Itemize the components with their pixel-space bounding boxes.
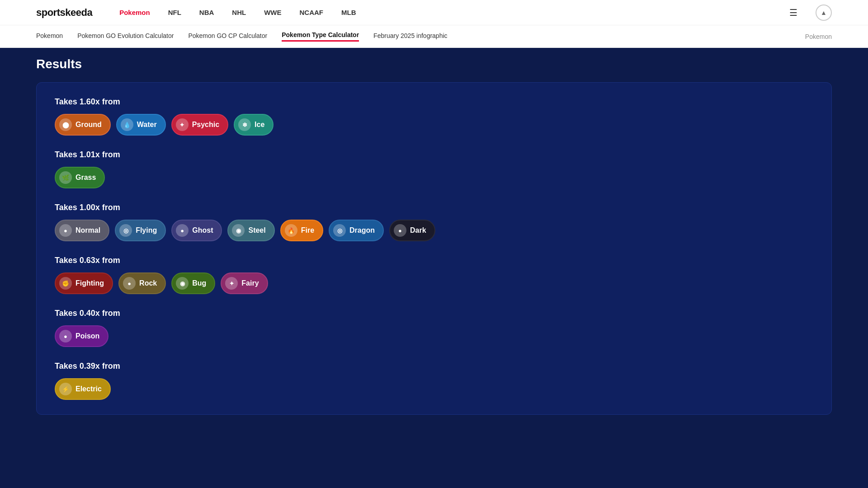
results-title: Results (36, 57, 832, 71)
badge-grass[interactable]: 🌿 Grass (55, 167, 105, 188)
dragon-label: Dragon (349, 226, 375, 235)
water-label: Water (137, 121, 157, 129)
fire-icon: 🔥 (285, 224, 297, 237)
subnav-cp-calc[interactable]: Pokemon GO CP Calculator (188, 32, 267, 41)
fighting-label: Fighting (75, 279, 104, 287)
results-card: Takes 1.60x from ⬤ Ground 💧 Water ✦ Psyc… (36, 82, 832, 415)
fairy-icon: ✦ (225, 277, 238, 290)
grass-label: Grass (75, 174, 96, 182)
water-icon: 💧 (121, 118, 133, 131)
dragon-icon: ◎ (333, 224, 346, 237)
section-0-63x-label: Takes 0.63x from (55, 256, 813, 265)
top-navigation: sportskeeda Pokemon NFL NBA NHL WWE NCAA… (0, 0, 868, 25)
electric-icon: ⚡ (59, 383, 72, 395)
nav-ncaaf[interactable]: NCAAF (299, 9, 323, 16)
site-logo[interactable]: sportskeeda (36, 7, 92, 19)
badge-psychic[interactable]: ✦ Psychic (171, 114, 228, 136)
section-0-63x: Takes 0.63x from ✊ Fighting ● Rock ◉ Bug… (55, 256, 813, 294)
badge-flying[interactable]: ◎ Flying (115, 220, 166, 241)
badge-poison[interactable]: ● Poison (55, 325, 108, 347)
dark-icon: ● (394, 224, 406, 237)
rock-label: Rock (139, 279, 157, 287)
normal-label: Normal (75, 226, 100, 235)
ground-icon: ⬤ (59, 118, 72, 131)
section-1-01x-badges: 🌿 Grass (55, 167, 813, 188)
section-1-01x: Takes 1.01x from 🌿 Grass (55, 150, 813, 188)
nav-wwe[interactable]: WWE (264, 9, 281, 16)
main-content: Results Takes 1.60x from ⬤ Ground 💧 Wate… (0, 48, 868, 433)
badge-ice[interactable]: ❄ Ice (234, 114, 274, 136)
nav-nba[interactable]: NBA (199, 9, 214, 16)
badge-fire[interactable]: 🔥 Fire (280, 220, 323, 241)
steel-icon: ◉ (232, 224, 245, 237)
badge-dark[interactable]: ● Dark (389, 220, 435, 241)
section-1-01x-label: Takes 1.01x from (55, 150, 813, 160)
subnav-pokemon[interactable]: Pokemon (36, 32, 63, 41)
nav-pokemon[interactable]: Pokemon (119, 9, 150, 16)
fighting-icon: ✊ (59, 277, 72, 290)
bug-label: Bug (192, 279, 206, 287)
section-1-00x-badges: ● Normal ◎ Flying ● Ghost ◉ Steel 🔥 F (55, 220, 813, 241)
steel-label: Steel (248, 226, 265, 235)
section-0-40x: Takes 0.40x from ● Poison (55, 309, 813, 347)
section-0-63x-badges: ✊ Fighting ● Rock ◉ Bug ✦ Fairy (55, 272, 813, 294)
section-0-40x-label: Takes 0.40x from (55, 309, 813, 318)
flying-label: Flying (136, 226, 157, 235)
badge-ground[interactable]: ⬤ Ground (55, 114, 111, 136)
section-0-39x-badges: ⚡ Electric (55, 378, 813, 400)
user-icon[interactable]: ▲ (816, 5, 832, 21)
section-0-39x-label: Takes 0.39x from (55, 361, 813, 371)
psychic-label: Psychic (192, 121, 219, 129)
section-1-60x-label: Takes 1.60x from (55, 97, 813, 107)
section-1-60x: Takes 1.60x from ⬤ Ground 💧 Water ✦ Psyc… (55, 97, 813, 136)
badge-rock[interactable]: ● Rock (118, 272, 166, 294)
subnav-type-calc[interactable]: Pokemon Type Calculator (282, 31, 359, 42)
normal-icon: ● (59, 224, 72, 237)
nav-nhl[interactable]: NHL (232, 9, 246, 16)
ice-label: Ice (255, 121, 264, 129)
rock-icon: ● (123, 277, 136, 290)
section-1-60x-badges: ⬤ Ground 💧 Water ✦ Psychic ❄ Ice (55, 114, 813, 136)
poison-icon: ● (59, 330, 72, 343)
subnav-right-text: Pokemon (805, 33, 832, 40)
bug-icon: ◉ (176, 277, 189, 290)
fire-label: Fire (301, 226, 314, 235)
badge-normal[interactable]: ● Normal (55, 220, 109, 241)
logo-text: sportskeeda (36, 7, 92, 18)
sub-navigation: Pokemon Pokemon GO Evolution Calculator … (0, 25, 868, 48)
hamburger-menu[interactable]: ☰ (789, 7, 797, 18)
ground-label: Ground (75, 121, 102, 129)
section-0-39x: Takes 0.39x from ⚡ Electric (55, 361, 813, 400)
badge-electric[interactable]: ⚡ Electric (55, 378, 111, 400)
ice-icon: ❄ (238, 118, 251, 131)
section-1-00x-label: Takes 1.00x from (55, 203, 813, 212)
ghost-icon: ● (176, 224, 189, 237)
nav-mlb[interactable]: MLB (341, 9, 356, 16)
dark-label: Dark (410, 226, 426, 235)
badge-ghost[interactable]: ● Ghost (171, 220, 222, 241)
grass-icon: 🌿 (59, 171, 72, 184)
badge-fighting[interactable]: ✊ Fighting (55, 272, 113, 294)
badge-bug[interactable]: ◉ Bug (171, 272, 215, 294)
subnav-evolution-calc[interactable]: Pokemon GO Evolution Calculator (77, 32, 174, 41)
section-0-40x-badges: ● Poison (55, 325, 813, 347)
nav-nfl[interactable]: NFL (168, 9, 181, 16)
poison-label: Poison (75, 332, 99, 340)
badge-dragon[interactable]: ◎ Dragon (329, 220, 384, 241)
badge-water[interactable]: 💧 Water (116, 114, 166, 136)
section-1-00x: Takes 1.00x from ● Normal ◎ Flying ● Gho… (55, 203, 813, 241)
badge-steel[interactable]: ◉ Steel (227, 220, 274, 241)
badge-fairy[interactable]: ✦ Fairy (221, 272, 268, 294)
subnav-infographic[interactable]: February 2025 infographic (373, 32, 447, 41)
psychic-icon: ✦ (176, 118, 189, 131)
electric-label: Electric (75, 385, 102, 393)
ghost-label: Ghost (192, 226, 213, 235)
flying-icon: ◎ (119, 224, 132, 237)
fairy-label: Fairy (241, 279, 259, 287)
